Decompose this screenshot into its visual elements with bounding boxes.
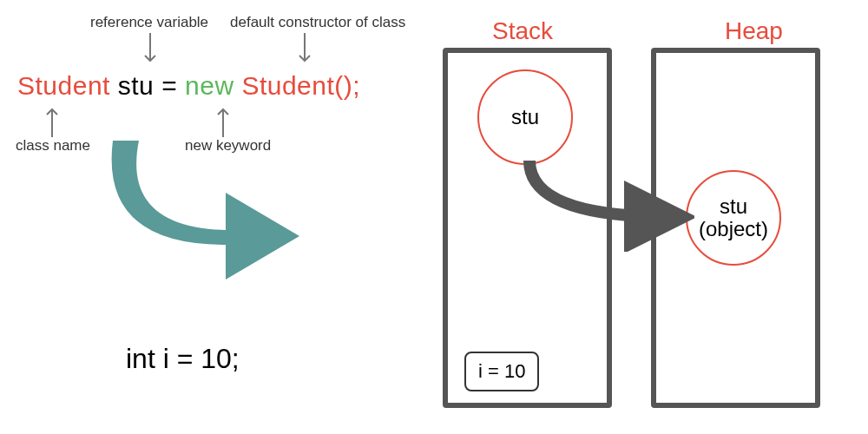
arrow-down-icon xyxy=(141,33,159,68)
code-constructor: Student(); xyxy=(241,71,360,100)
code-equals: = xyxy=(161,71,177,100)
code-new: new xyxy=(185,71,234,100)
code-var: stu xyxy=(118,71,155,100)
label-default-constructor: default constructor of class xyxy=(230,14,405,31)
pointer-arrow-icon xyxy=(512,148,694,252)
stack-header: Stack xyxy=(492,17,553,45)
heap-circle-line2: (object) xyxy=(699,218,768,240)
heap-header: Heap xyxy=(725,17,783,45)
primitive-var-box: i = 10 xyxy=(464,352,539,391)
primitive-var-text: i = 10 xyxy=(478,360,525,382)
stack-circle-text: stu xyxy=(511,106,539,128)
arrow-up-icon xyxy=(43,102,61,137)
label-reference-variable: reference variable xyxy=(90,14,208,31)
arrow-down-icon xyxy=(296,33,313,68)
heap-circle-line1: stu xyxy=(720,195,747,218)
heap-object-circle: stu (object) xyxy=(686,170,781,266)
arrow-up-icon xyxy=(214,102,232,137)
label-class-name: class name xyxy=(16,137,90,155)
code-type: Student xyxy=(17,71,110,100)
code-declaration: Student stu = new Student(); xyxy=(17,71,360,101)
big-arrow-icon xyxy=(95,141,304,279)
code-int-declaration: int i = 10; xyxy=(126,343,240,375)
